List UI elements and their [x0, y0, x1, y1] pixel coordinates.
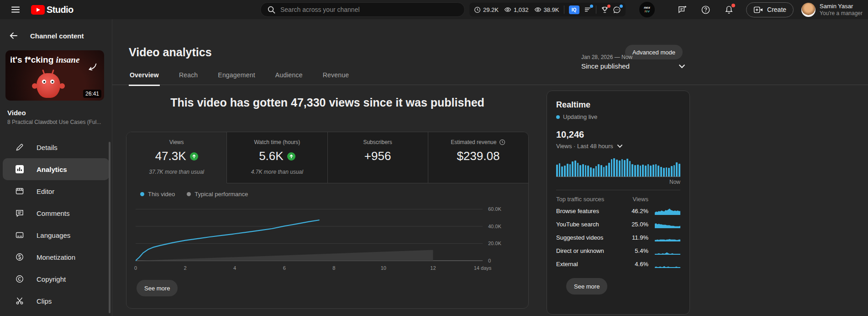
- sidebar-item-monetization[interactable]: Monetization: [3, 246, 109, 268]
- topbar-right: nex lev Create Samin Yasar You're a mana…: [639, 0, 864, 19]
- realtime-bar: [587, 166, 589, 177]
- sidebar-item-copyright[interactable]: Copyright: [3, 268, 109, 290]
- realtime-bar: [582, 164, 584, 177]
- sidebar-item-analytics[interactable]: Analytics: [3, 158, 109, 180]
- realtime-bar: [637, 165, 639, 177]
- channel-stat-value: 29.2K: [483, 6, 499, 13]
- youtube-studio-logo[interactable]: Studio: [31, 5, 74, 15]
- sidebar-item-clips[interactable]: Clips: [3, 290, 109, 312]
- traffic-sparkline-chart: [655, 221, 680, 228]
- realtime-see-more-button[interactable]: See more: [566, 278, 607, 295]
- metric-tab-subscribers[interactable]: Subscribers+956: [328, 132, 428, 183]
- realtime-bar: [572, 161, 573, 177]
- x-axis-tick-label: 14 days: [474, 265, 492, 271]
- traffic-sparkline-chart: [655, 261, 680, 268]
- realtime-views-caption[interactable]: Views · Last 48 hours: [556, 143, 680, 150]
- video-thumbnail[interactable]: it's f*cking insane 26:41: [5, 50, 104, 101]
- x-axis-tick-label: 8: [332, 265, 335, 271]
- pencil-icon: [16, 143, 24, 151]
- see-more-button[interactable]: See more: [137, 280, 178, 296]
- extension-avatar[interactable]: nex lev: [639, 2, 655, 17]
- realtime-bar: [574, 161, 576, 177]
- sidebar-item-label: Editor: [37, 187, 54, 195]
- channel-stat[interactable]: 29.2K: [474, 6, 499, 13]
- copyright-icon: [16, 275, 24, 283]
- realtime-bar: [668, 168, 670, 177]
- tab-revenue[interactable]: Revenue: [322, 67, 350, 86]
- x-axis-tick-label: 6: [283, 265, 286, 271]
- chart-legend: This videoTypical performance: [140, 191, 528, 198]
- user-avatar: [801, 3, 815, 17]
- realtime-bar: [564, 166, 566, 177]
- user-role: You're a manager: [820, 10, 863, 16]
- traffic-source-row: YouTube search25.0%: [556, 218, 680, 231]
- traffic-source-name: YouTube search: [556, 221, 625, 228]
- realtime-bar: [619, 161, 621, 177]
- back-to-channel-content[interactable]: Channel content: [0, 19, 112, 40]
- sidebar-scrollbar[interactable]: [109, 142, 110, 313]
- metric-tab-estimated-revenue[interactable]: Estimated revenue$239.08: [428, 132, 528, 183]
- tab-overview[interactable]: Overview: [129, 67, 160, 86]
- sidebar-item-details[interactable]: Details: [3, 136, 109, 158]
- metric-label: Estimated revenue: [428, 139, 528, 145]
- create-button[interactable]: Create: [746, 2, 794, 17]
- realtime-panel: Realtime Updating live 10,246 Views · La…: [547, 91, 690, 315]
- feedback-icon[interactable]: [674, 2, 690, 17]
- help-icon[interactable]: [698, 2, 713, 17]
- tab-reach[interactable]: Reach: [178, 67, 199, 86]
- realtime-bar: [660, 167, 662, 177]
- channel-stat-value: 38.9K: [544, 6, 559, 13]
- metric-value: $239.08: [457, 149, 500, 163]
- svg-text:60.0K: 60.0K: [488, 206, 501, 212]
- tab-audience[interactable]: Audience: [274, 67, 304, 86]
- metric-tab-views[interactable]: Views47.3K37.7K more than usual: [126, 132, 227, 183]
- x-axis-tick-label: 0: [134, 265, 137, 271]
- channel-stat[interactable]: 1,032: [504, 6, 529, 13]
- realtime-bar: [629, 161, 631, 177]
- notifications-bell-icon[interactable]: [721, 2, 736, 17]
- metric-value: +956: [364, 149, 391, 163]
- realtime-bar: [600, 165, 602, 177]
- realtime-bar-chart: [556, 158, 680, 177]
- traffic-source-name: External: [556, 261, 625, 268]
- date-range-selector[interactable]: Jan 28, 2026 — Now Since published: [581, 54, 685, 70]
- hamburger-menu-icon[interactable]: [6, 0, 25, 19]
- divider: [564, 5, 564, 14]
- svg-text:0: 0: [488, 258, 491, 263]
- search-bar[interactable]: [260, 2, 465, 17]
- traffic-rows: Browse features46.2%YouTube search25.0%S…: [556, 204, 680, 271]
- list-icon[interactable]: [584, 6, 591, 13]
- traffic-source-name: Suggested videos: [556, 234, 625, 241]
- metric-tab-watch-time-hours-[interactable]: Watch time (hours)5.6K4.7K more than usu…: [227, 132, 327, 183]
- metric-label: Views: [126, 139, 226, 145]
- channel-stat[interactable]: 38.9K: [534, 6, 559, 13]
- traffic-source-row: Suggested videos11.9%: [556, 231, 680, 244]
- realtime-bar: [663, 168, 665, 177]
- notification-dot: [620, 5, 623, 8]
- trophy-icon[interactable]: [601, 6, 609, 14]
- back-label: Channel content: [30, 32, 84, 40]
- realtime-views-value: 10,246: [556, 129, 680, 140]
- eye-icon: [504, 6, 511, 13]
- metric-value: 47.3K: [155, 149, 186, 163]
- traffic-sources-table: Top traffic sources Views Browse feature…: [556, 190, 680, 271]
- sidebar-item-languages[interactable]: Languages: [3, 224, 109, 246]
- user-account-chip[interactable]: Samin Yasar You're a manager: [801, 3, 864, 17]
- traffic-source-name: Direct or unknown: [556, 247, 625, 254]
- vidiq-icon[interactable]: IQ: [569, 5, 579, 14]
- realtime-title: Realtime: [556, 100, 680, 110]
- chat-icon[interactable]: [613, 6, 621, 14]
- video-plus-icon: [753, 6, 763, 13]
- page-title: Video analytics: [129, 46, 212, 59]
- x-axis-tick-label: 4: [233, 265, 236, 271]
- tab-engagement[interactable]: Engagement: [217, 67, 256, 86]
- create-label: Create: [767, 6, 786, 13]
- sidebar-item-comments[interactable]: Comments: [3, 202, 109, 224]
- traffic-source-percent: 11.9%: [625, 234, 648, 241]
- realtime-bar: [590, 167, 592, 177]
- metric-value: 5.6K: [259, 149, 284, 163]
- chart-x-axis-labels: 02468101214 days: [136, 265, 528, 273]
- search-input[interactable]: [280, 6, 462, 13]
- chevron-down-icon: [679, 64, 685, 69]
- sidebar-item-editor[interactable]: Editor: [3, 180, 109, 202]
